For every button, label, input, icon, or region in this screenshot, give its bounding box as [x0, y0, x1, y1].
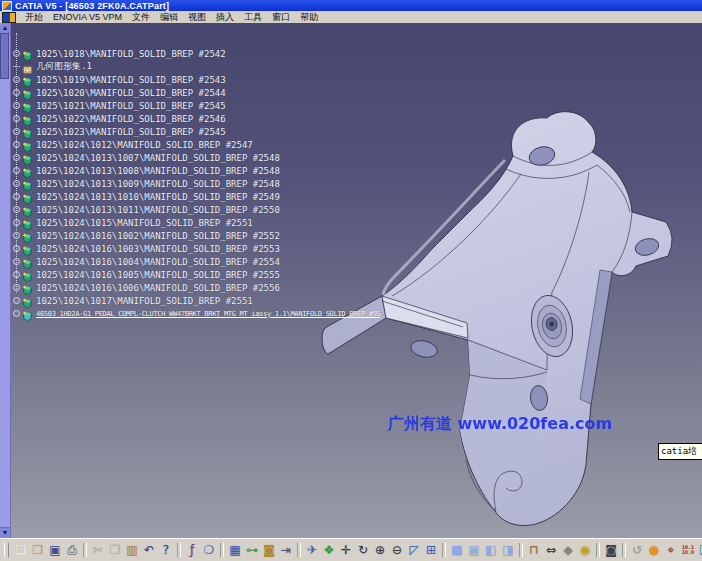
open-folder-button[interactable]: ❒: [30, 542, 46, 559]
tree-expand-handle[interactable]: [13, 128, 20, 135]
multi-view-button[interactable]: ⊞: [423, 542, 439, 559]
solid-body-icon[interactable]: [22, 269, 33, 280]
tree-item[interactable]: 1025\1024\1016\1004\MANIFOLD_SOLID_BREP …: [13, 255, 280, 268]
shading-with-edges-button[interactable]: ▣: [466, 542, 482, 559]
tree-item-label[interactable]: 46503 1HD2A-G1 PEDAL COMPL-CLUTCH WW47BR…: [36, 310, 380, 318]
tree-expand-handle[interactable]: [13, 310, 20, 317]
swap-visible-space-button[interactable]: ↺: [629, 542, 645, 559]
product-structure-button[interactable]: ⊶: [244, 542, 260, 559]
solid-body-icon[interactable]: [22, 295, 33, 306]
measure-between-button[interactable]: ⇔: [543, 542, 559, 559]
tree-expand-handle[interactable]: [13, 154, 20, 161]
menu-item-6[interactable]: 工具: [239, 11, 267, 23]
tree-item[interactable]: 几何图形集.1: [13, 60, 92, 73]
scroll-down-arrow[interactable]: ▼: [0, 527, 10, 538]
tree-item[interactable]: 1025\1024\1013\1011\MANIFOLD_SOLID_BREP …: [13, 203, 280, 216]
tree-item-label[interactable]: 1025\1024\1016\1004\MANIFOLD_SOLID_BREP …: [36, 257, 280, 267]
tree-item[interactable]: 1025\1024\1016\1005\MANIFOLD_SOLID_BREP …: [13, 268, 280, 281]
tree-item-label[interactable]: 1025\1023\MANIFOLD_SOLID_BREP #2545: [36, 127, 226, 137]
menu-item-2[interactable]: 文件: [127, 11, 155, 23]
zoom-in-button[interactable]: ⊕: [372, 542, 388, 559]
tree-item[interactable]: 1025\1024\1016\1002\MANIFOLD_SOLID_BREP …: [13, 229, 280, 242]
tree-item-label[interactable]: 1025\1024\1016\1003\MANIFOLD_SOLID_BREP …: [36, 244, 280, 254]
title-bar[interactable]: CATIA V5 - [46503 2FK0A.CATPart]: [0, 0, 702, 11]
solid-body-icon[interactable]: [22, 256, 33, 267]
tree-expand-handle[interactable]: [13, 297, 20, 304]
fly-mode-button[interactable]: ✈: [304, 542, 320, 559]
rotate-button[interactable]: ↻: [355, 542, 371, 559]
print-button[interactable]: ⎙: [64, 542, 80, 559]
solid-body-icon[interactable]: [22, 100, 33, 111]
tree-item[interactable]: 1025\1020\MANIFOLD_SOLID_BREP #2544: [13, 86, 226, 99]
menu-item-8[interactable]: 帮助: [295, 11, 323, 23]
copy-button[interactable]: ❐: [107, 542, 123, 559]
tree-item-label[interactable]: 1025\1024\1013\1010\MANIFOLD_SOLID_BREP …: [36, 192, 280, 202]
half-shading-button[interactable]: ◧: [483, 542, 499, 559]
geometrical-set-icon[interactable]: [22, 61, 33, 72]
lock-button[interactable]: ◙: [261, 542, 277, 559]
solid-body-icon[interactable]: [22, 165, 33, 176]
tree-item[interactable]: 1025\1024\1015\MANIFOLD_SOLID_BREP #2551: [13, 216, 253, 229]
capture-button[interactable]: ◙: [603, 542, 619, 559]
tree-item-label[interactable]: 1025\1022\MANIFOLD_SOLID_BREP #2546: [36, 114, 226, 124]
tree-expand-handle[interactable]: [13, 76, 20, 83]
tree-item[interactable]: 1025\1024\1012\MANIFOLD_SOLID_BREP #2547: [13, 138, 253, 151]
3d-viewport[interactable]: ▲ ▼ 1025\1018\MANIFOLD_SOLID_BREP #2542: [0, 23, 702, 538]
menu-item-5[interactable]: 插入: [211, 11, 239, 23]
tree-item-label[interactable]: 1025\1024\1013\1009\MANIFOLD_SOLID_BREP …: [36, 179, 280, 189]
save-button[interactable]: ▣: [47, 542, 63, 559]
tree-expand-handle[interactable]: [13, 245, 20, 252]
tree-item-selected[interactable]: 46503 1HD2A-G1 PEDAL COMPL-CLUTCH WW47BR…: [13, 307, 380, 320]
normal-view-button[interactable]: ◸: [406, 542, 422, 559]
tree-item[interactable]: 1025\1024\1016\1006\MANIFOLD_SOLID_BREP …: [13, 281, 280, 294]
tree-expand-handle[interactable]: [13, 180, 20, 187]
tree-expand-handle[interactable]: [13, 50, 20, 57]
tree-expand-handle[interactable]: [13, 141, 20, 148]
shading-button[interactable]: ■: [449, 542, 465, 559]
axis-system-button[interactable]: ⌖: [663, 542, 679, 559]
menu-item-1[interactable]: ENOVIA V5 VPM: [48, 11, 127, 23]
solid-body-icon[interactable]: [22, 178, 33, 189]
tree-expand-handle[interactable]: [13, 167, 20, 174]
solid-body-icon[interactable]: [22, 282, 33, 293]
mass-properties-button[interactable]: ◉: [577, 542, 593, 559]
tree-item[interactable]: 1025\1024\1013\1010\MANIFOLD_SOLID_BREP …: [13, 190, 280, 203]
tree-item-label[interactable]: 1025\1024\1015\MANIFOLD_SOLID_BREP #2551: [36, 218, 253, 228]
design-table-button[interactable]: ▦: [227, 542, 243, 559]
tree-item[interactable]: 1025\1021\MANIFOLD_SOLID_BREP #2545: [13, 99, 226, 112]
export-button[interactable]: ⇥: [278, 542, 294, 559]
tree-item-label[interactable]: 1025\1024\1013\1008\MANIFOLD_SOLID_BREP …: [36, 166, 280, 176]
tree-item[interactable]: 1025\1024\1016\1003\MANIFOLD_SOLID_BREP …: [13, 242, 280, 255]
tree-item-label[interactable]: 1025\1024\1013\1011\MANIFOLD_SOLID_BREP …: [36, 205, 280, 215]
scrollbar-thumb[interactable]: [0, 33, 9, 79]
menu-item-3[interactable]: 编辑: [155, 11, 183, 23]
tree-item[interactable]: 1025\1024\1013\1007\MANIFOLD_SOLID_BREP …: [13, 151, 280, 164]
fit-all-in-button[interactable]: ❖: [321, 542, 337, 559]
tree-expand-handle[interactable]: [13, 66, 20, 67]
solid-body-icon[interactable]: [22, 48, 33, 59]
3d-element-button[interactable]: ❑: [697, 542, 702, 559]
view-mode-button[interactable]: ◨: [500, 542, 516, 559]
tree-item[interactable]: 1025\1019\MANIFOLD_SOLID_BREP #2543: [13, 73, 226, 86]
units-button[interactable]: 10.1 10.0: [680, 542, 696, 559]
tree-item-label[interactable]: 1025\1024\1017\MANIFOLD_SOLID_BREP #2551: [36, 296, 253, 306]
solid-body-icon[interactable]: [22, 204, 33, 215]
tree-scrollbar[interactable]: ▲ ▼: [0, 23, 11, 538]
tree-item-label[interactable]: 1025\1020\MANIFOLD_SOLID_BREP #2544: [36, 88, 226, 98]
solid-body-icon[interactable]: [22, 152, 33, 163]
tree-expand-handle[interactable]: [13, 219, 20, 226]
tree-item-label[interactable]: 1025\1024\1012\MANIFOLD_SOLID_BREP #2547: [36, 140, 253, 150]
tree-item-label[interactable]: 1025\1019\MANIFOLD_SOLID_BREP #2543: [36, 75, 226, 85]
tree-expand-handle[interactable]: [13, 232, 20, 239]
tree-expand-handle[interactable]: [13, 206, 20, 213]
tree-item-label[interactable]: 1025\1021\MANIFOLD_SOLID_BREP #2545: [36, 101, 226, 111]
menu-item-0[interactable]: 开始: [20, 11, 48, 23]
paste-button[interactable]: ▥: [124, 542, 140, 559]
toolbar-grip[interactable]: [4, 543, 9, 557]
tree-item-label[interactable]: 1025\1018\MANIFOLD_SOLID_BREP #2542: [36, 49, 226, 59]
tree-expand-handle[interactable]: [13, 258, 20, 265]
tree-expand-handle[interactable]: [13, 115, 20, 122]
tree-expand-handle[interactable]: [13, 193, 20, 200]
clamp-button[interactable]: ⊓: [526, 542, 542, 559]
tree-expand-handle[interactable]: [13, 89, 20, 96]
